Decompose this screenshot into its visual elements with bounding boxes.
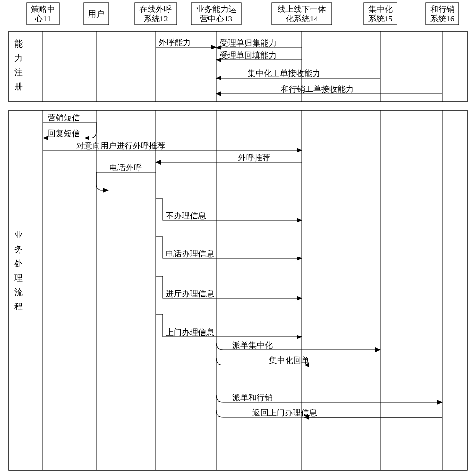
svg-text:处: 处 xyxy=(14,259,23,268)
lifeline-header-policy: 策略中 心11 xyxy=(27,3,60,25)
svg-text:注: 注 xyxy=(14,68,23,77)
svg-text:策略中: 策略中 xyxy=(31,5,55,14)
msg-dispatch-central: 派单集中化 xyxy=(216,341,380,350)
svg-text:和行销工单接收能力: 和行销工单接收能力 xyxy=(281,85,354,94)
svg-text:流: 流 xyxy=(14,287,23,297)
svg-text:外呼能力: 外呼能力 xyxy=(159,38,191,47)
lifeline-header-ops: 业务能力运 营中心13 xyxy=(191,3,241,25)
svg-text:在线外呼: 在线外呼 xyxy=(139,5,172,14)
msg-central-return: 集中化回单 xyxy=(216,356,380,365)
msg-dial-out: 电话外呼 xyxy=(96,163,156,190)
svg-text:系统16: 系统16 xyxy=(430,14,455,23)
svg-text:用户: 用户 xyxy=(88,10,104,19)
svg-text:电话外呼: 电话外呼 xyxy=(109,163,142,172)
msg-reply-sms: 回复短信 xyxy=(43,129,96,138)
sequence-diagram: 策略中 心11 用户 在线外呼 系统12 业务能力运 营中心13 线上线下一体 … xyxy=(0,0,476,474)
svg-text:系统12: 系统12 xyxy=(144,14,168,23)
svg-text:化系统14: 化系统14 xyxy=(286,14,318,23)
svg-text:派单和行销: 派单和行销 xyxy=(232,393,273,402)
svg-text:理: 理 xyxy=(14,273,23,283)
phase-label-registration: 能 力 注 册 xyxy=(14,39,23,91)
msg-hx-receive-capability: 和行销工单接收能力 xyxy=(216,85,442,94)
svg-text:心11: 心11 xyxy=(34,14,50,23)
svg-text:营中心13: 营中心13 xyxy=(200,14,232,23)
msg-central-receive-capability: 集中化工单接收能力 xyxy=(216,69,380,78)
svg-text:派单集中化: 派单集中化 xyxy=(232,341,273,350)
svg-text:和行销: 和行销 xyxy=(430,5,455,14)
svg-text:力: 力 xyxy=(14,53,23,63)
svg-text:受理单回填能力: 受理单回填能力 xyxy=(220,51,277,60)
msg-home-process-info: 上门办理信息 xyxy=(156,314,302,337)
svg-text:线上线下一体: 线上线下一体 xyxy=(278,5,326,14)
msg-recommend-outbound: 对意向用户进行外呼推荐 xyxy=(43,141,302,150)
msg-outbound-capability: 外呼能力 xyxy=(156,38,216,47)
lifeline-header-user: 用户 xyxy=(84,3,109,25)
svg-text:业: 业 xyxy=(14,230,23,240)
svg-text:务: 务 xyxy=(14,245,23,254)
svg-text:集中化回单: 集中化回单 xyxy=(269,356,309,365)
svg-text:受理单归集能力: 受理单归集能力 xyxy=(220,39,277,48)
lifeline-header-call: 在线外呼 系统12 xyxy=(135,3,177,25)
svg-text:进厅办理信息: 进厅办理信息 xyxy=(166,289,214,298)
svg-text:返回上门办理信息: 返回上门办理信息 xyxy=(252,408,317,417)
svg-text:业务能力运: 业务能力运 xyxy=(196,5,237,14)
lifeline-header-hx: 和行销 系统16 xyxy=(426,3,459,25)
svg-text:系统15: 系统15 xyxy=(368,14,393,23)
svg-text:电话办理信息: 电话办理信息 xyxy=(166,249,214,258)
msg-outbound-recommend: 外呼推荐 xyxy=(156,153,302,162)
svg-text:集中化工单接收能力: 集中化工单接收能力 xyxy=(248,69,320,78)
svg-text:上门办理信息: 上门办理信息 xyxy=(166,328,214,337)
svg-text:回复短信: 回复短信 xyxy=(48,129,80,138)
phase-label-processing: 业 务 处 理 流 程 xyxy=(14,230,23,311)
svg-text:册: 册 xyxy=(14,82,23,91)
msg-phone-process-info: 电话办理信息 xyxy=(156,237,302,258)
svg-text:程: 程 xyxy=(14,302,23,311)
lifeline-header-central: 集中化 系统15 xyxy=(364,3,397,25)
svg-text:外呼推荐: 外呼推荐 xyxy=(238,153,270,162)
msg-aggregate-capability: 受理单归集能力 xyxy=(216,39,302,48)
svg-text:营销短信: 营销短信 xyxy=(48,113,80,122)
msg-hall-process-info: 进厅办理信息 xyxy=(156,276,302,298)
msg-not-process-info: 不办理信息 xyxy=(156,199,302,220)
svg-text:不办理信息: 不办理信息 xyxy=(166,211,206,220)
svg-text:能: 能 xyxy=(14,39,23,49)
svg-text:对意向用户进行外呼推荐: 对意向用户进行外呼推荐 xyxy=(76,141,165,150)
frame-processing xyxy=(9,110,467,470)
svg-text:集中化: 集中化 xyxy=(368,5,393,14)
msg-fill-capability: 受理单回填能力 xyxy=(216,51,302,60)
msg-dispatch-hx: 派单和行销 xyxy=(216,393,442,402)
lifeline-header-o2o: 线上线下一体 化系统14 xyxy=(272,3,332,25)
msg-return-home-info: 返回上门办理信息 xyxy=(216,408,442,417)
